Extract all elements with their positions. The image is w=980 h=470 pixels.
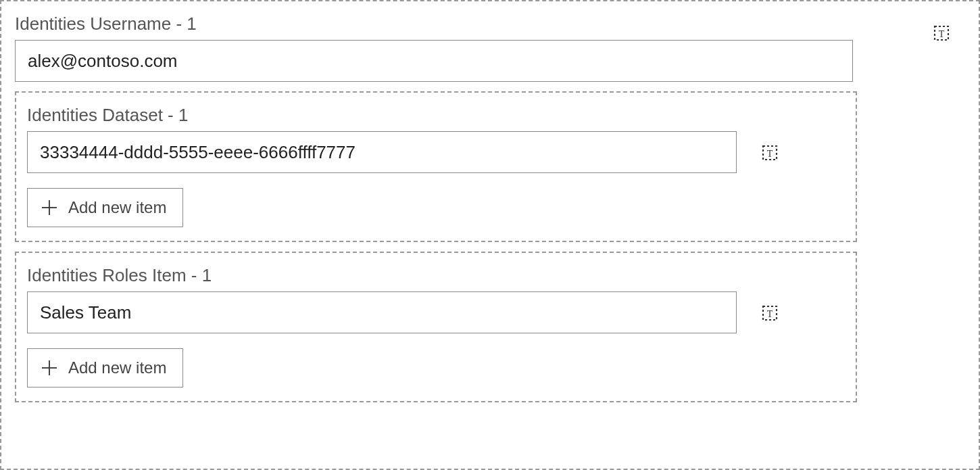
svg-text:T: T bbox=[767, 309, 773, 319]
identities-roles-label: Identities Roles Item - 1 bbox=[27, 265, 845, 286]
add-dataset-item-label: Add new item bbox=[68, 198, 166, 217]
svg-text:T: T bbox=[767, 149, 773, 159]
identities-username-input[interactable] bbox=[15, 40, 853, 82]
identities-username-section: Identities Username - 1 T bbox=[15, 14, 965, 82]
identities-roles-section: Identities Roles Item - 1 T Add new item bbox=[15, 252, 857, 402]
form-container: Identities Username - 1 T Identities Dat… bbox=[0, 0, 980, 470]
identities-dataset-label: Identities Dataset - 1 bbox=[27, 105, 845, 126]
add-dataset-item-button[interactable]: Add new item bbox=[27, 188, 183, 227]
add-roles-item-button[interactable]: Add new item bbox=[27, 348, 183, 387]
identities-roles-input[interactable] bbox=[27, 291, 737, 333]
plus-icon bbox=[40, 198, 59, 217]
plus-icon bbox=[40, 358, 59, 377]
add-roles-item-label: Add new item bbox=[68, 358, 166, 377]
dynamic-content-icon[interactable]: T bbox=[757, 140, 781, 164]
identities-username-label: Identities Username - 1 bbox=[15, 14, 965, 34]
identities-dataset-section: Identities Dataset - 1 T Add new item bbox=[15, 91, 857, 242]
svg-text:T: T bbox=[939, 29, 945, 39]
identities-dataset-input[interactable] bbox=[27, 131, 737, 173]
dynamic-content-icon[interactable]: T bbox=[757, 300, 781, 325]
dynamic-content-icon[interactable]: T bbox=[929, 20, 953, 45]
